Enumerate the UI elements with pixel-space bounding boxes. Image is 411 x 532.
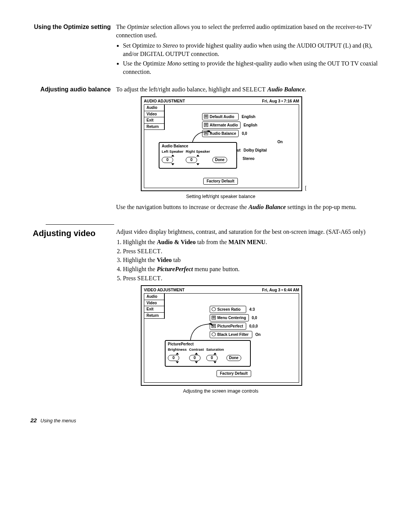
cycle-icon (212, 307, 216, 311)
menu-centering-button[interactable]: Menu Centering (210, 314, 249, 321)
bracket: [ (305, 185, 307, 192)
audio-adjustment-figure: AUDIO ADJUSTMENT Fri, Aug 3 • 7:16 AM Au… (141, 96, 302, 191)
screen-ratio-value: 4:3 (249, 307, 255, 312)
menu-centering-value: 0,0 (252, 315, 257, 321)
video-step-2: Press SELECT. (123, 247, 381, 256)
pictureperfect-value: 0,0,0 (249, 324, 258, 329)
balance-para: To adjust the left/right audio balance, … (116, 85, 381, 94)
video-step-1: Highlight the Audio & Video tab from the… (123, 238, 381, 246)
optimize-bullet-2: Use the Optimize Mono setting to provide… (123, 59, 381, 76)
screen-ratio-button[interactable]: Screen Ratio (210, 306, 246, 313)
balance-followup: Use the navigation buttons to increase o… (116, 203, 381, 211)
fig1-date: Fri, Aug 3 • 7:16 AM (262, 98, 299, 104)
pictureperfect-popup: PicturePerfect Brightness 0 Contrast (165, 340, 251, 366)
cycle-icon (212, 332, 216, 336)
surround-value: On (277, 139, 283, 145)
output-value: Dolby Digital (244, 148, 267, 153)
audio-balance-value: 0,0 (242, 131, 247, 136)
video-adjustment-figure: VIDEO ADJUSTMENT Fri, Aug 3 • 6:44 AM Au… (141, 285, 302, 386)
fig2-date: Fri, Aug 3 • 6:44 AM (262, 287, 299, 292)
optimize-value: Stereo (243, 156, 255, 161)
alternate-audio-button[interactable]: Alternate Audio (202, 121, 241, 129)
tab-audio[interactable]: Audio (144, 294, 164, 300)
list-icon (204, 131, 208, 135)
page-footer: 22 Using the menus (30, 417, 381, 424)
default-audio-value: English (242, 114, 255, 120)
brightness-stepper[interactable]: 0 (168, 355, 179, 361)
black-level-button[interactable]: Black Level Filter (210, 331, 252, 338)
fig1-title: AUDIO ADJUSTMENT (144, 98, 185, 104)
audio-balance-popup: Audio Balance Left Speaker 0 Right Speak… (159, 142, 237, 168)
default-audio-button[interactable]: Default Audio (202, 113, 239, 120)
factory-default-button[interactable]: Factory Default (217, 370, 251, 377)
list-icon (204, 123, 208, 127)
fig2-title: VIDEO ADJUSTMENT (144, 287, 185, 292)
right-speaker-stepper[interactable]: 0 (186, 157, 197, 163)
video-para: Adjust video display brightness, contras… (116, 228, 381, 236)
alternate-audio-value: English (244, 123, 257, 128)
done-button[interactable]: Done (226, 355, 241, 361)
pictureperfect-button[interactable]: PicturePerfect (210, 323, 246, 330)
done-button[interactable]: Done (212, 157, 227, 163)
video-step-3: Highlight the Video tab (123, 256, 381, 264)
saturation-stepper[interactable]: 0 (206, 355, 218, 361)
optimize-bullet-1: Set Optimize to Stereo to provide highes… (123, 42, 381, 58)
balance-heading: Adjusting audio balance (30, 85, 116, 213)
tab-return[interactable]: Return (144, 313, 164, 319)
video-step-5: Press SELECT. (123, 274, 381, 283)
list-icon (212, 324, 216, 328)
fig1-caption: Setting left/right speaker balance (141, 193, 301, 200)
footer-text: Using the menus (40, 418, 76, 423)
tab-exit[interactable]: Exit (144, 306, 164, 313)
list-icon (212, 316, 216, 320)
tab-video[interactable]: Video (144, 300, 164, 307)
factory-default-button[interactable]: Factory Default (203, 178, 238, 185)
tab-audio[interactable]: Audio (144, 105, 164, 111)
video-heading: Adjusting video (30, 228, 116, 398)
optimize-heading: Using the Optimize setting (30, 23, 116, 78)
fig2-caption: Adjusting the screen image controls (141, 388, 301, 395)
tab-video[interactable]: Video (144, 111, 164, 118)
section-divider (46, 224, 114, 225)
optimize-para: The Optimize selection allows you to sel… (116, 23, 381, 39)
list-icon (204, 115, 208, 118)
black-level-value: On (255, 332, 261, 337)
tab-return[interactable]: Return (144, 124, 164, 130)
contrast-stepper[interactable]: 0 (189, 355, 201, 361)
audio-balance-button[interactable]: Audio Balance (202, 130, 239, 137)
video-step-4: Highlight the PicturePerfect menu pane b… (123, 265, 381, 273)
page-number: 22 (30, 417, 37, 423)
tab-exit[interactable]: Exit (144, 117, 164, 124)
left-speaker-stepper[interactable]: 0 (162, 157, 173, 163)
